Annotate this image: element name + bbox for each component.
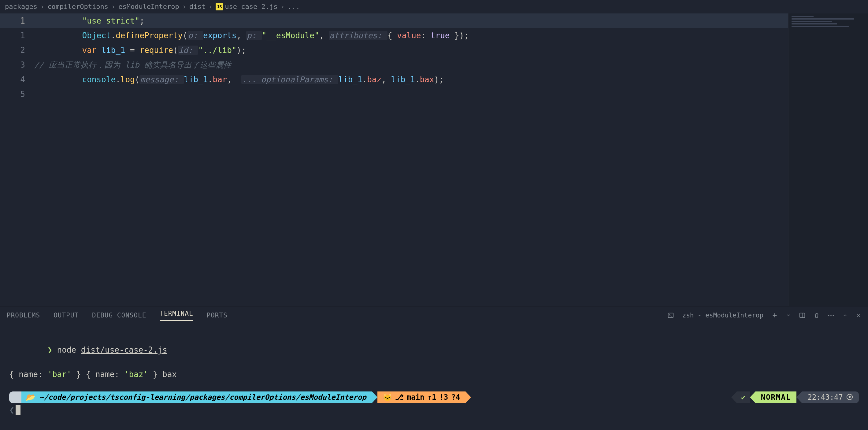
tab-debug-console[interactable]: DEBUG CONSOLE: [92, 312, 146, 319]
close-panel-icon[interactable]: [856, 313, 861, 318]
chevron-right-icon: ›: [280, 3, 286, 10]
inlay-hint: ... optionalParams:: [241, 75, 338, 84]
terminal-command: node: [57, 345, 76, 355]
statusline-time: 22:43:47 ⦿: [802, 392, 859, 403]
tab-output[interactable]: OUTPUT: [54, 312, 79, 319]
breadcrumb-seg[interactable]: packages: [5, 3, 37, 10]
chevron-right-icon: ›: [110, 3, 117, 10]
tab-problems[interactable]: PROBLEMS: [7, 312, 40, 319]
terminal-body[interactable]: ❯ node dist/use-case-2.js { name: 'bar' …: [0, 324, 868, 430]
branch-name: main: [407, 393, 425, 402]
maximize-panel-icon[interactable]: [842, 313, 848, 318]
breadcrumb-seg[interactable]: dist: [189, 3, 206, 10]
chevron-right-icon: ›: [181, 3, 187, 10]
statusline-status: ✔: [737, 392, 750, 403]
folder-icon: 📂: [26, 393, 35, 402]
breadcrumb-file[interactable]: use-case-2.js: [225, 3, 277, 10]
breadcrumbs[interactable]: packages › compilerOptions › esModuleInt…: [0, 0, 868, 13]
minimap[interactable]: [788, 13, 868, 306]
terminal-command-arg: dist/use-case-2.js: [81, 345, 167, 355]
statusline-path: 📂 ~/code/projects/tsconfig-learning/pack…: [22, 392, 372, 403]
svg-point-4: [833, 315, 834, 316]
terminal-cursor: [16, 405, 21, 415]
breadcrumb-seg[interactable]: compilerOptions: [48, 3, 108, 10]
inlay-hint: attributes:: [329, 31, 388, 40]
svg-point-3: [830, 315, 832, 316]
line-number: 1: [0, 16, 34, 25]
javascript-file-icon: JS: [216, 3, 223, 10]
shell-statusline: 📂 ~/code/projects/tsconfig-learning/pack…: [9, 392, 859, 403]
tab-ports[interactable]: PORTS: [207, 312, 227, 319]
breadcrumb-more[interactable]: ...: [288, 3, 300, 10]
git-modified: !3: [439, 393, 448, 402]
terminal-shell-icon[interactable]: [668, 312, 674, 319]
line-number: 5: [0, 90, 34, 99]
svg-point-2: [828, 315, 830, 316]
chevron-right-icon: ›: [39, 3, 45, 10]
chevron-down-icon[interactable]: [786, 313, 791, 318]
git-ahead: ↑1: [428, 393, 436, 402]
line-number: 4: [0, 75, 34, 84]
git-untracked: ?4: [451, 393, 460, 402]
chevron-right-icon: ›: [207, 3, 214, 10]
inlay-hint: message:: [140, 75, 184, 84]
prompt-open-icon: ❮: [9, 405, 14, 415]
kill-terminal-icon[interactable]: [813, 312, 820, 319]
statusline-git: 🐱 ⎇ main ↑1 !3 ?4: [377, 392, 466, 403]
minimap-content: [792, 16, 865, 28]
terminal-cursor-line[interactable]: ❮: [9, 405, 859, 415]
panel-tabs: PROBLEMS OUTPUT DEBUG CONSOLE TERMINAL P…: [0, 306, 868, 324]
terminal-shell-label[interactable]: zsh - esModuleInterop: [682, 312, 764, 319]
inlay-hint: id:: [178, 45, 198, 55]
inlay-hint: p:: [246, 31, 262, 40]
branch-icon: ⎇: [395, 393, 404, 402]
terminal-output: { name: 'bar' } { name: 'baz' } bax: [9, 368, 859, 380]
clock-icon: ⦿: [846, 393, 853, 402]
check-icon: ✔: [741, 393, 745, 402]
more-actions-icon[interactable]: [828, 314, 834, 316]
code-editor[interactable]: 1 "use strict"; 1 Object.defineProperty(…: [0, 13, 788, 306]
breadcrumb-seg[interactable]: esModuleInterop: [118, 3, 179, 10]
line-number: 3: [0, 60, 34, 69]
new-terminal-icon[interactable]: [771, 312, 778, 319]
tab-terminal[interactable]: TERMINAL: [160, 310, 193, 321]
cat-icon: 🐱: [383, 393, 392, 402]
prompt-caret-icon: ❯: [48, 345, 52, 355]
os-logo-icon: [9, 392, 22, 403]
svg-rect-0: [668, 313, 674, 318]
line-number: 2: [0, 45, 34, 55]
code-line[interactable]: 4 console.log(message: lib_1.bar, ... op…: [0, 72, 788, 87]
vim-mode: NORMAL: [755, 392, 797, 403]
split-terminal-icon[interactable]: [799, 312, 806, 319]
line-number: 1: [0, 31, 34, 40]
bottom-panel: PROBLEMS OUTPUT DEBUG CONSOLE TERMINAL P…: [0, 306, 868, 430]
